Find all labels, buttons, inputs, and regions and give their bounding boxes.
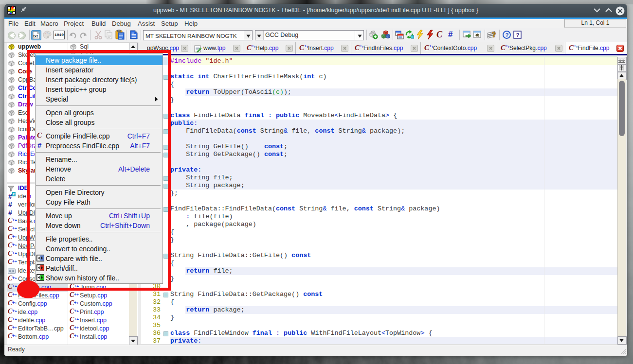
svg-text:?: ? xyxy=(516,32,520,38)
svg-text:?: ? xyxy=(505,32,508,38)
svg-text:txt: txt xyxy=(34,34,38,38)
svg-text:?: ? xyxy=(492,31,496,39)
